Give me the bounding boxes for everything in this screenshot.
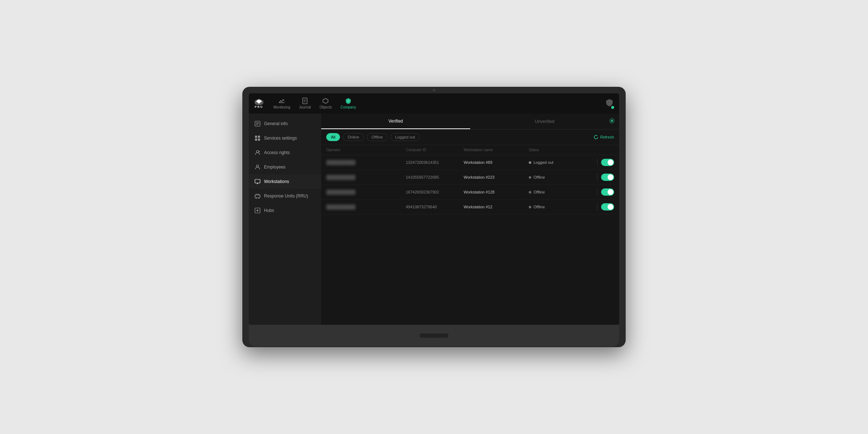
camera-dot bbox=[433, 89, 435, 91]
computer-id-cell: 132472003614351 bbox=[406, 160, 464, 165]
table-row[interactable]: ••••••• ••••• •••••• 167426592367902 Wor… bbox=[321, 185, 619, 200]
tab-verified-label: Verified bbox=[388, 119, 403, 124]
col-header-status: Status bbox=[529, 148, 587, 152]
col-header-workstation-name: Workstation name bbox=[464, 148, 529, 152]
sidebar: General info Services settings bbox=[249, 114, 321, 325]
sidebar-item-access-rights[interactable]: Access rights bbox=[249, 145, 321, 160]
svg-rect-9 bbox=[255, 136, 257, 138]
table-row[interactable]: ••••••• ••••• •••••• 49410873279640 Work… bbox=[321, 200, 619, 214]
workstations-icon bbox=[255, 179, 260, 184]
sidebar-item-response-units[interactable]: Response Units (RRU) bbox=[249, 189, 321, 203]
refresh-icon bbox=[593, 135, 599, 140]
refresh-btn[interactable]: Refresh bbox=[593, 135, 614, 140]
sidebar-employees-label: Employees bbox=[264, 165, 285, 170]
operator-name: ••••••• ••••• •••••• bbox=[326, 204, 356, 210]
general-info-icon bbox=[255, 121, 260, 127]
filter-online-btn[interactable]: Online bbox=[343, 133, 364, 141]
laptop-base bbox=[249, 325, 619, 346]
tab-unverified-label: Unverified bbox=[535, 119, 554, 124]
laptop-frame: PRO Monitoring Journal bbox=[242, 87, 626, 347]
operator-name: ••••••• ••••• •••••• bbox=[326, 160, 356, 165]
employees-icon bbox=[255, 164, 260, 170]
refresh-label: Refresh bbox=[600, 135, 614, 139]
computer-id-cell: 49410873279640 bbox=[406, 205, 464, 209]
toggle-switch[interactable] bbox=[601, 188, 614, 196]
tabs-header: Verified Unverified bbox=[321, 114, 619, 129]
svg-point-15 bbox=[256, 165, 259, 167]
workstation-name-cell: Workstation #223 bbox=[464, 175, 529, 179]
svg-point-13 bbox=[256, 150, 259, 153]
shield-badge[interactable] bbox=[605, 99, 613, 108]
sidebar-item-workstations[interactable]: Workstations bbox=[249, 174, 321, 189]
nav-objects[interactable]: Objects bbox=[320, 98, 332, 109]
sidebar-item-hubs[interactable]: Hubs bbox=[249, 203, 321, 218]
toggle-switch[interactable] bbox=[601, 203, 614, 210]
nav-monitoring-label: Monitoring bbox=[273, 105, 290, 109]
sidebar-services-settings-label: Services settings bbox=[264, 136, 297, 141]
filter-all-btn[interactable]: All bbox=[326, 133, 340, 141]
nav-objects-label: Objects bbox=[320, 105, 332, 109]
sidebar-hubs-label: Hubs bbox=[264, 208, 274, 213]
operator-cell: ••••••• ••••• •••••• bbox=[326, 205, 406, 209]
nav-journal-label: Journal bbox=[299, 105, 311, 109]
status-cell: Offline bbox=[529, 190, 587, 194]
table-header: Operator Computer ID Workstation name St… bbox=[321, 145, 619, 155]
workstation-name-cell: Workstation #89 bbox=[464, 160, 529, 165]
shield-online-dot bbox=[611, 106, 614, 109]
table-row[interactable]: ••••••• ••••• •••••• 132472003614351 Wor… bbox=[321, 155, 619, 170]
filter-offline-btn[interactable]: Offline bbox=[367, 133, 388, 141]
toggle-switch[interactable] bbox=[601, 159, 614, 166]
operator-cell: ••••••• ••••• •••••• bbox=[326, 160, 406, 165]
operator-cell: ••••••• ••••• •••••• bbox=[326, 190, 406, 194]
operator-name: ••••••• ••••• •••••• bbox=[326, 190, 356, 195]
logo-text: PRO bbox=[255, 105, 263, 109]
tab-verified[interactable]: Verified bbox=[321, 114, 470, 129]
svg-point-21 bbox=[258, 197, 259, 199]
settings-gear-icon[interactable] bbox=[609, 118, 615, 125]
shield-icon bbox=[605, 99, 613, 107]
separator bbox=[597, 203, 597, 210]
computer-id-cell: 167426592367902 bbox=[406, 190, 464, 194]
monitoring-icon bbox=[278, 98, 285, 104]
tab-unverified[interactable]: Unverified bbox=[470, 114, 619, 129]
toggle-area bbox=[587, 188, 614, 196]
col-header-actions bbox=[587, 148, 614, 152]
nav-company[interactable]: Company bbox=[340, 98, 356, 109]
toggle-switch[interactable] bbox=[601, 174, 614, 181]
status-label: Offline bbox=[533, 190, 545, 194]
services-settings-icon bbox=[255, 135, 260, 141]
nav-monitoring[interactable]: Monitoring bbox=[273, 98, 290, 109]
sidebar-item-employees[interactable]: Employees bbox=[249, 160, 321, 174]
svg-rect-19 bbox=[255, 195, 260, 198]
laptop-notch bbox=[420, 333, 448, 338]
status-dot bbox=[529, 206, 531, 208]
separator bbox=[597, 188, 597, 196]
status-cell: Offline bbox=[529, 175, 587, 179]
sidebar-item-general-info[interactable]: General info bbox=[249, 116, 321, 131]
right-panel: Verified Unverified All Onlin bbox=[321, 114, 619, 325]
sidebar-item-services-settings[interactable]: Services settings bbox=[249, 131, 321, 145]
toggle-area bbox=[587, 159, 614, 166]
status-dot bbox=[529, 161, 531, 164]
toggle-area bbox=[587, 174, 614, 181]
status-label: Offline bbox=[533, 175, 545, 179]
logo-icon bbox=[255, 99, 263, 105]
separator bbox=[597, 159, 597, 166]
workstation-name-cell: Workstation #128 bbox=[464, 190, 529, 194]
status-label: Offline bbox=[533, 205, 545, 209]
laptop-screen: PRO Monitoring Journal bbox=[249, 93, 619, 325]
svg-rect-12 bbox=[258, 139, 260, 141]
col-header-computer-id: Computer ID bbox=[406, 148, 464, 152]
sidebar-workstations-label: Workstations bbox=[264, 179, 289, 184]
status-dot bbox=[529, 191, 531, 193]
nav-journal[interactable]: Journal bbox=[299, 98, 311, 109]
svg-rect-11 bbox=[255, 139, 257, 141]
filter-logged-out-btn[interactable]: Logged out bbox=[391, 133, 420, 141]
access-rights-icon bbox=[255, 150, 260, 156]
toggle-area bbox=[587, 203, 614, 210]
workstation-name-cell: Workstation #12 bbox=[464, 205, 529, 209]
table-row[interactable]: ••••••• ••••• •••••• 141055657722685 Wor… bbox=[321, 170, 619, 185]
svg-point-14 bbox=[259, 151, 260, 152]
status-label: Logged out bbox=[533, 160, 553, 165]
logo-area[interactable]: PRO bbox=[255, 99, 263, 109]
